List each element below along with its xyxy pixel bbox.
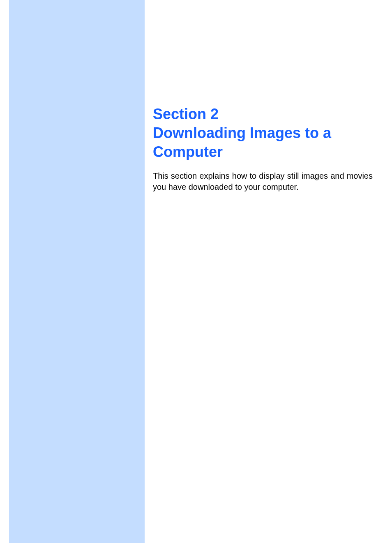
main-content: Section 2 Downloading Images to a Comput… (153, 105, 373, 193)
section-title-line2: Computer (153, 143, 223, 160)
intro-paragraph: This section explains how to display sti… (153, 170, 373, 193)
section-title-line1: Downloading Images to a (153, 124, 331, 141)
section-heading: Section 2 Downloading Images to a Comput… (153, 105, 373, 161)
section-number: Section 2 (153, 106, 219, 122)
sidebar-panel (9, 0, 145, 543)
